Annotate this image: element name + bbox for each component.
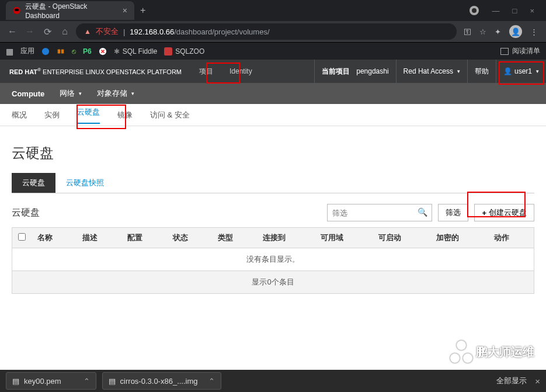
close-icon[interactable]: × [123,6,127,15]
watermark: 鹏大师运维 [450,341,534,363]
nav-identity[interactable]: Identity [221,60,260,83]
url-path: /dashboard/project/volumes/ [174,27,269,36]
window-close-icon[interactable]: × [530,6,534,15]
subnav-compute[interactable]: Compute [12,89,44,98]
tab-title: 云硬盘 - OpenStack Dashboard [25,2,118,20]
filter-button[interactable]: 筛选 [438,204,468,221]
subnav-network[interactable]: 网络▾ [60,88,82,99]
create-volume-button[interactable]: +创建云硬盘 [474,204,534,221]
menu-icon[interactable]: ⋮ [530,27,538,36]
user-menu[interactable]: 👤user1▾ [496,60,546,83]
bookmark-ico-3[interactable]: ⎋ [72,47,76,55]
tab-access[interactable]: 访问 & 安全 [150,110,190,120]
search-input[interactable] [327,204,432,221]
volumes-table: 名称 描述 配置 状态 类型 连接到 可用域 可启动 加密的 动作 没有条目显示… [12,227,534,294]
listtab-snapshots[interactable]: 云硬盘快照 [55,173,114,193]
bookmark-ico-5[interactable] [99,47,107,55]
bookmark-sqlzoo[interactable]: SQLZOO [164,47,204,55]
show-all-downloads[interactable]: 全部显示 [496,376,527,386]
downloads-bar: ▤ key00.pem ⌃ ▤ cirros-0.3.0-x86_....img… [0,370,546,392]
subnav: Compute 网络▾ 对象存储▾ [0,83,546,104]
home-button[interactable]: ⌂ [58,26,71,37]
listtab-volumes[interactable]: 云硬盘 [12,173,55,193]
col-cfg: 配置 [121,228,166,248]
page-title: 云硬盘 [12,144,534,162]
download-item-1[interactable]: ▤ key00.pem ⌃ [6,372,96,390]
svg-rect-6 [61,49,64,53]
key-icon[interactable]: ⚿ [464,27,471,36]
section-tabs: 概况 实例 云硬盘 镜像 访问 & 安全 [0,104,546,126]
minimize-icon[interactable]: — [492,6,500,15]
redhat-access[interactable]: Red Hat Access▾ [396,60,467,83]
search-icon[interactable]: 🔍 [418,207,427,217]
maximize-icon[interactable]: □ [513,6,517,15]
reload-button[interactable]: ⟳ [41,26,54,37]
openstack-header: RED HAT® ENTERPRISE LINUX OPENSTACK PLAT… [0,60,546,83]
col-desc: 描述 [76,228,121,248]
tab-instances[interactable]: 实例 [44,110,60,120]
back-button[interactable]: ← [6,26,19,37]
apps-icon[interactable]: ▦ [6,47,13,56]
current-project: 当前项目 pengdashi [314,60,396,83]
plus-icon: + [482,209,486,217]
bookmark-ico-1[interactable] [41,47,50,55]
close-downloads-icon[interactable]: × [535,376,540,386]
user-icon: 👤 [503,67,512,75]
insecure-label: 不安全 [96,26,119,37]
bookmark-apps[interactable]: 应用 [20,46,34,56]
chevron-up-icon[interactable]: ⌃ [208,377,215,386]
col-type: 类型 [212,228,257,248]
profile-avatar[interactable]: 👤 [509,25,522,38]
subnav-objectstore[interactable]: 对象存储▾ [97,88,134,99]
col-enc: 加密的 [430,228,488,248]
browser-tab[interactable]: 云硬盘 - OpenStack Dashboard × [6,1,134,20]
svg-rect-5 [58,49,60,53]
svg-point-1 [15,9,19,11]
chevron-up-icon[interactable]: ⌃ [84,377,90,386]
address-bar[interactable]: ▲ 不安全 | 192.168.0.66/dashboard/project/v… [76,23,457,40]
col-zone: 可用域 [315,228,373,248]
new-tab-button[interactable]: + [140,5,145,16]
reading-list[interactable]: 阅读清单 [512,46,540,56]
tab-images[interactable]: 镜像 [117,110,133,120]
reading-list-icon [500,48,509,55]
panel-title: 云硬盘 [12,207,40,219]
star-icon[interactable]: ☆ [479,27,486,36]
help-link[interactable]: 帮助 [467,60,496,83]
brand: RED HAT® ENTERPRISE LINUX OPENSTACK PLAT… [0,67,191,75]
col-status: 状态 [167,228,212,248]
table-footer: 显示0个条目 [12,271,534,294]
col-actions: 动作 [488,228,534,248]
bookmark-ico-2[interactable] [57,47,65,55]
redhat-icon [13,6,20,15]
select-all-checkbox[interactable] [18,233,26,241]
file-icon: ▤ [12,377,19,386]
col-name: 名称 [32,228,76,248]
nav-project[interactable]: 项目 [191,60,221,83]
col-attached: 连接到 [257,228,315,248]
file-icon: ▤ [109,377,116,386]
wechat-icon [450,341,472,363]
circle-badge-icon [469,5,479,16]
svg-point-3 [472,8,477,13]
tab-overview[interactable]: 概况 [12,110,27,120]
bookmark-sqlfiddle[interactable]: ✱ SQL Fiddle [114,47,158,55]
bookmark-ico-4[interactable]: P6 [83,47,92,55]
svg-point-4 [42,47,49,54]
svg-rect-8 [164,47,172,55]
forward-button: → [23,26,36,37]
download-item-2[interactable]: ▤ cirros-0.3.0-x86_....img ⌃ [102,372,221,390]
empty-row: 没有条目显示。 [12,248,534,271]
warning-icon: ▲ [84,27,91,36]
tab-volumes[interactable]: 云硬盘 [77,107,100,124]
col-boot: 可启动 [373,228,430,248]
extensions-icon[interactable]: ✦ [495,27,501,36]
url-host: 192.168.0.66 [130,27,174,36]
